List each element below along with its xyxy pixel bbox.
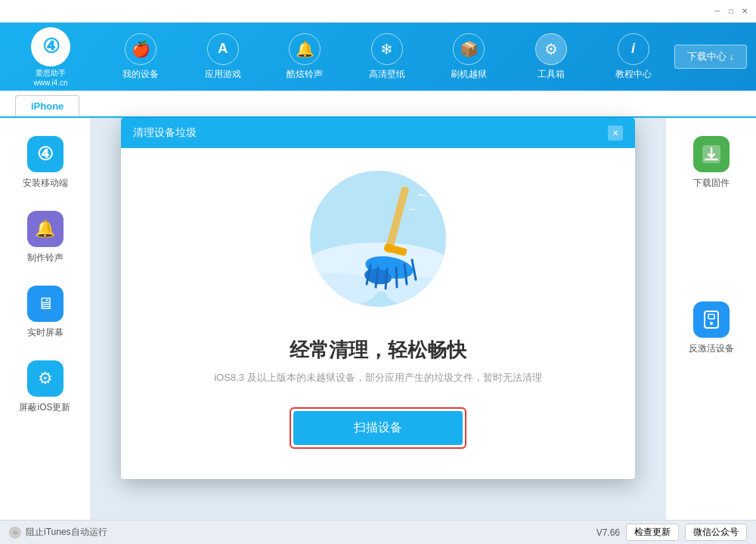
- sidebar-screen-mirror[interactable]: 🖥 实时屏幕: [0, 275, 90, 350]
- illustration-background: 〜 〜: [310, 171, 446, 307]
- footer-right: V7.66 检查更新 微信公众号: [596, 524, 747, 541]
- modal-subtitle: iOS8.3 及以上版本的未越狱设备，部分应用产生的垃圾文件，暂时无法清理: [214, 371, 541, 385]
- window-controls: ─ □ ✕: [712, 6, 750, 17]
- modal-body: 〜 〜 经常清理，轻松畅快 iOS8.3 及以上版本的未越狱设备，部分应用产生的…: [121, 148, 635, 479]
- modal-main-title: 经常清理，轻松畅快: [290, 337, 466, 363]
- modal-header: 清理设备垃圾 ×: [121, 118, 635, 148]
- maximize-btn[interactable]: □: [726, 6, 736, 17]
- modal-title: 清理设备垃圾: [133, 126, 197, 140]
- nav-jailbreak-label: 刷机越狱: [451, 68, 487, 81]
- logo-icon: ④: [31, 27, 70, 66]
- modal-close-button[interactable]: ×: [608, 125, 623, 141]
- footer-version: V7.66: [596, 527, 620, 538]
- deactivate-icon: [693, 301, 730, 338]
- itunes-icon: ○: [9, 527, 21, 539]
- close-btn[interactable]: ✕: [739, 6, 750, 17]
- svg-rect-1: [383, 243, 407, 256]
- nav-jailbreak[interactable]: 📦 刷机越狱: [438, 33, 499, 81]
- make-ringtone-label: 制作铃声: [27, 252, 64, 264]
- footer-itunes-text: 阻止iTunes自动运行: [26, 526, 107, 539]
- nav-items: 🍎 我的设备 A 应用游戏 🔔 酷炫铃声 ❄ 高清壁纸 📦 刷机越狱 ⚙ 工具箱: [100, 33, 674, 81]
- nav-my-device-icon: 🍎: [125, 33, 156, 65]
- nav-tutorials[interactable]: i 教程中心: [603, 33, 664, 81]
- nav-toolbox-icon: ⚙: [535, 33, 567, 65]
- block-ios-icon: ⚙: [27, 360, 64, 397]
- right-deactivate[interactable]: 反激活设备: [666, 291, 756, 366]
- footer-left: ○ 阻止iTunes自动运行: [9, 526, 107, 539]
- center-content: 清理设备垃圾 ×: [91, 118, 665, 520]
- nav-wallpaper[interactable]: ❄ 高清壁纸: [357, 33, 417, 81]
- nav-jailbreak-icon: 📦: [453, 33, 485, 65]
- sidebar-block-ios[interactable]: ⚙ 屏蔽iOS更新: [0, 350, 90, 425]
- nav-wallpaper-icon: ❄: [371, 33, 403, 65]
- wechat-button[interactable]: 微信公众号: [685, 524, 747, 541]
- block-ios-label: 屏蔽iOS更新: [19, 401, 70, 414]
- download-center-button[interactable]: 下载中心 ↓: [674, 45, 747, 69]
- header-right: 下载中心 ↓: [674, 45, 747, 69]
- svg-line-6: [386, 269, 387, 289]
- title-bar: ─ □ ✕: [0, 0, 756, 23]
- nav-my-device-label: 我的设备: [122, 68, 159, 81]
- sidebar-install-app[interactable]: ④ 安装移动端: [0, 125, 90, 200]
- svg-point-13: [710, 322, 713, 325]
- install-app-label: 安装移动端: [23, 177, 68, 190]
- right-download-firmware[interactable]: 下载固件: [666, 125, 756, 200]
- nav-app-games[interactable]: A 应用游戏: [193, 33, 253, 81]
- nav-ringtones-icon: 🔔: [289, 33, 321, 65]
- minimize-btn[interactable]: ─: [712, 6, 723, 17]
- nav-tutorials-label: 教程中心: [615, 68, 652, 81]
- install-app-icon: ④: [27, 136, 64, 172]
- svg-rect-0: [385, 186, 410, 254]
- tab-iphone[interactable]: iPhone: [15, 95, 79, 116]
- right-sidebar: 下载固件 反激活设备: [665, 118, 756, 520]
- nav-wallpaper-label: 高清壁纸: [369, 68, 405, 81]
- modal-clean-junk: 清理设备垃圾 ×: [121, 118, 635, 479]
- nav-tutorials-icon: i: [618, 33, 649, 65]
- svg-line-7: [396, 267, 397, 287]
- nav-app-games-icon: A: [207, 33, 239, 65]
- broom-illustration: 〜 〜: [295, 171, 461, 322]
- header: ④ 爱思助手 www.i4.cn 🍎 我的设备 A 应用游戏 🔔 酷炫铃声 ❄ …: [0, 23, 756, 91]
- nav-my-device[interactable]: 🍎 我的设备: [110, 33, 171, 81]
- logo-name: 爱思助手: [36, 68, 66, 79]
- logo-url: www.i4.cn: [33, 79, 67, 87]
- main-content: ④ 安装移动端 🔔 制作铃声 🖥 实时屏幕 ⚙ 屏蔽iOS更新 清理设备垃圾 ×: [0, 118, 756, 520]
- footer: ○ 阻止iTunes自动运行 V7.66 检查更新 微信公众号: [0, 520, 756, 544]
- download-firmware-label: 下载固件: [693, 177, 730, 190]
- scan-device-button[interactable]: 扫描设备: [293, 411, 463, 445]
- svg-rect-12: [708, 314, 714, 319]
- screen-mirror-label: 实时屏幕: [27, 326, 64, 339]
- nav-toolbox[interactable]: ⚙ 工具箱: [521, 33, 581, 81]
- nav-ringtones-label: 酷炫铃声: [287, 68, 323, 81]
- nav-ringtones[interactable]: 🔔 酷炫铃声: [274, 33, 335, 81]
- tab-bar: iPhone: [0, 91, 756, 118]
- nav-app-games-label: 应用游戏: [205, 68, 241, 81]
- logo-area: ④ 爱思助手 www.i4.cn: [9, 27, 92, 87]
- left-sidebar: ④ 安装移动端 🔔 制作铃声 🖥 实时屏幕 ⚙ 屏蔽iOS更新: [0, 118, 91, 520]
- nav-toolbox-label: 工具箱: [538, 68, 565, 81]
- deactivate-label: 反激活设备: [689, 342, 734, 355]
- download-firmware-icon: [693, 136, 730, 172]
- screen-mirror-icon: 🖥: [27, 286, 64, 322]
- sidebar-make-ringtone[interactable]: 🔔 制作铃声: [0, 200, 90, 275]
- make-ringtone-icon: 🔔: [27, 211, 64, 247]
- scan-btn-wrapper: 扫描设备: [290, 407, 466, 449]
- check-update-button[interactable]: 检查更新: [626, 524, 679, 541]
